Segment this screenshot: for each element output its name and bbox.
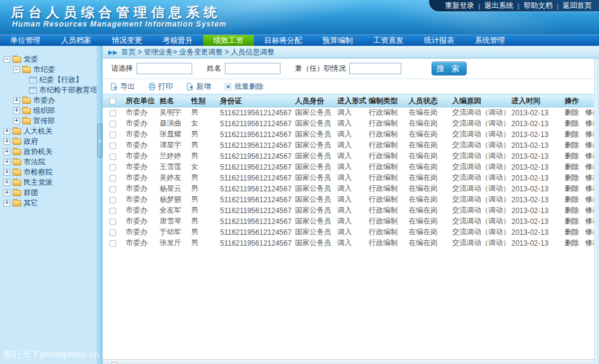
column-header-7[interactable]: 编制类型	[365, 95, 405, 107]
row-checkbox[interactable]	[109, 132, 116, 138]
add-button[interactable]: 新增	[186, 81, 211, 92]
tree-item-9[interactable]: +政府	[0, 136, 97, 147]
tree-item-11[interactable]: +市法院	[0, 157, 97, 167]
row-checkbox[interactable]	[109, 164, 116, 171]
header-link-2[interactable]: 退出系统	[484, 1, 513, 11]
menu-item-10[interactable]: 系统管理	[465, 35, 516, 46]
edit-link[interactable]: 修改	[585, 108, 594, 117]
search-button[interactable]: 搜 索	[432, 62, 467, 75]
select-all-checkbox[interactable]	[109, 98, 116, 104]
sidebar-splitter[interactable]: ‹	[97, 46, 103, 364]
tree-item-2[interactable]: −市纪委	[0, 65, 97, 75]
expand-node-icon[interactable]: +	[4, 169, 10, 176]
menu-item-5[interactable]: 绩效工资	[203, 35, 254, 46]
select-input[interactable]	[137, 63, 192, 74]
header-link-4[interactable]: 返回首页	[563, 1, 592, 11]
delete-link[interactable]: 删除	[565, 141, 579, 149]
edit-link[interactable]: 修改	[585, 184, 594, 193]
collapse-node-icon[interactable]: −	[13, 66, 20, 73]
menu-item-2[interactable]: 人员档案	[51, 35, 102, 46]
tree-item-3[interactable]: 纪委【行政】	[0, 75, 97, 85]
delete-link[interactable]: 删除	[565, 217, 579, 225]
delete-link[interactable]: 删除	[565, 119, 579, 127]
menu-item-6[interactable]: 目标将分配	[254, 35, 312, 46]
expand-node-icon[interactable]: +	[4, 138, 10, 145]
edit-link[interactable]: 修改	[585, 195, 594, 203]
menu-item-7[interactable]: 预算编制	[312, 35, 363, 46]
print-button[interactable]: 打印	[148, 81, 173, 92]
expand-node-icon[interactable]: +	[13, 107, 20, 114]
export-button[interactable]: 导出	[110, 81, 135, 92]
delete-link[interactable]: 删除	[565, 173, 579, 182]
row-checkbox[interactable]	[109, 219, 116, 225]
edit-link[interactable]: 修改	[585, 238, 594, 247]
edit-link[interactable]: 修改	[585, 217, 594, 225]
edit-link[interactable]: 修改	[585, 162, 594, 171]
tree-item-14[interactable]: +群团	[0, 188, 97, 198]
row-checkbox[interactable]	[109, 208, 116, 214]
menu-item-3[interactable]: 情况变更	[102, 35, 152, 46]
column-header-10[interactable]: 进入时间	[508, 95, 561, 107]
row-checkbox[interactable]	[109, 121, 116, 127]
expand-node-icon[interactable]: +	[4, 148, 10, 155]
row-checkbox[interactable]	[109, 175, 116, 182]
tree-item-13[interactable]: +民主党派	[0, 177, 97, 188]
column-header-4[interactable]: 身份证	[216, 95, 291, 107]
edit-link[interactable]: 修改	[585, 152, 594, 160]
edit-link[interactable]: 修改	[585, 141, 594, 149]
delete-link[interactable]: 删除	[565, 195, 579, 203]
delete-link[interactable]: 删除	[565, 108, 579, 117]
expand-node-icon[interactable]: +	[4, 159, 10, 165]
tree-item-4[interactable]: 市纪检干部教育培训中心	[0, 85, 97, 95]
header-link-3[interactable]: 帮助文档	[523, 1, 552, 11]
job-input[interactable]	[349, 63, 401, 74]
delete-link[interactable]: 删除	[565, 162, 579, 171]
edit-link[interactable]: 修改	[585, 119, 594, 127]
tree-item-6[interactable]: +组织部	[0, 106, 97, 116]
delete-link[interactable]: 删除	[565, 184, 579, 193]
row-checkbox[interactable]	[109, 240, 116, 247]
delete-link[interactable]: 删除	[565, 228, 579, 236]
delete-link[interactable]: 删除	[565, 238, 579, 247]
column-header-5[interactable]: 人员身份	[291, 95, 334, 107]
expand-node-icon[interactable]: +	[13, 97, 20, 104]
expand-node-icon[interactable]: +	[13, 118, 20, 124]
tree-item-5[interactable]: +市委办	[0, 95, 97, 106]
scrollbar[interactable]	[594, 59, 599, 364]
column-header-3[interactable]: 性别	[187, 95, 216, 107]
column-header-6[interactable]: 进入形式	[334, 95, 365, 107]
menu-item-9[interactable]: 统计报表	[414, 35, 465, 46]
row-checkbox[interactable]	[109, 110, 116, 117]
row-checkbox[interactable]	[109, 153, 116, 160]
menu-item-4[interactable]: 考核晋升	[152, 35, 203, 46]
edit-link[interactable]: 修改	[585, 228, 594, 236]
collapse-node-icon[interactable]: −	[4, 56, 10, 63]
row-checkbox[interactable]	[109, 142, 116, 149]
menu-item-8[interactable]: 工资直发	[363, 35, 414, 46]
row-checkbox[interactable]	[109, 229, 116, 236]
tree-item-10[interactable]: +政协机关	[0, 147, 97, 157]
collapse-sidebar-handle[interactable]: ‹	[97, 123, 103, 158]
menu-item-1[interactable]: 单位管理	[0, 35, 51, 46]
column-header-11[interactable]: 操作	[561, 95, 594, 107]
header-link-1[interactable]: 重新登录	[445, 1, 474, 11]
tree-item-15[interactable]: +其它	[0, 198, 97, 208]
batch-delete-button[interactable]: 批量删除	[224, 81, 264, 92]
column-header-8[interactable]: 人员状态	[405, 95, 448, 107]
row-checkbox[interactable]	[109, 197, 116, 203]
name-input[interactable]	[225, 63, 280, 74]
edit-link[interactable]: 修改	[585, 173, 594, 182]
delete-link[interactable]: 删除	[565, 152, 579, 160]
column-header-1[interactable]: 所在单位	[122, 95, 156, 107]
tree-item-1[interactable]: −党委	[0, 54, 97, 65]
tree-item-7[interactable]: +宣传部	[0, 116, 97, 126]
column-header-2[interactable]: 姓名	[156, 95, 187, 107]
edit-link[interactable]: 修改	[585, 206, 594, 214]
row-checkbox[interactable]	[109, 186, 116, 193]
edit-link[interactable]: 修改	[585, 130, 594, 138]
delete-link[interactable]: 删除	[565, 206, 579, 214]
tree-item-12[interactable]: +市检察院	[0, 167, 97, 177]
column-header-9[interactable]: 入编原因	[448, 95, 508, 107]
expand-node-icon[interactable]: +	[4, 200, 10, 206]
expand-node-icon[interactable]: +	[4, 179, 10, 186]
